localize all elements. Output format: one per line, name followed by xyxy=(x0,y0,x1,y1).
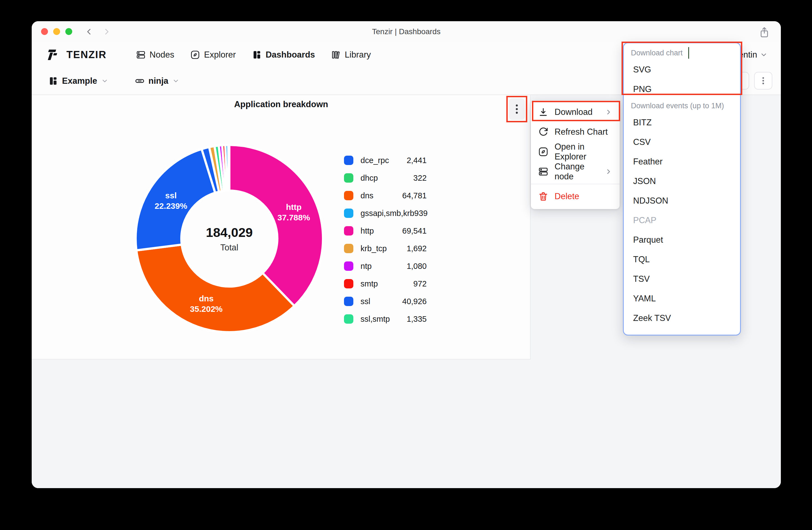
legend-label: dns xyxy=(361,191,374,200)
submenu-header-label: Download chart xyxy=(631,49,683,57)
menu-item-label: Download xyxy=(554,107,593,117)
nodes-icon xyxy=(136,50,146,60)
donut-chart[interactable]: http37.788%dns35.202%ssl22.239% xyxy=(130,139,329,338)
chart-context-menu: DownloadRefresh ChartOpen in ExplorerCha… xyxy=(531,101,620,209)
traffic-lights xyxy=(41,28,72,35)
legend-item-dns[interactable]: dns64,781 xyxy=(344,187,427,204)
legend-value: 939 xyxy=(414,209,427,218)
menu-item-change-node[interactable]: Change node xyxy=(531,162,620,181)
legend-item-gssapi-smb-krb[interactable]: gssapi,smb,krb939 xyxy=(344,204,427,222)
screen-background: Tenzir | Dashboards xyxy=(0,0,812,530)
chevron-down-icon xyxy=(172,77,179,85)
submenu-item-zeek-tsv[interactable]: Zeek TSV xyxy=(624,308,740,328)
legend-value: 1,080 xyxy=(407,262,427,271)
legend-swatch xyxy=(344,191,353,200)
menu-divider xyxy=(531,184,620,184)
legend-item-dce-rpc[interactable]: dce_rpc2,441 xyxy=(344,151,427,169)
legend-swatch xyxy=(344,261,353,271)
close-window-button[interactable] xyxy=(41,28,48,35)
chart-title: Application breakdown xyxy=(32,100,531,109)
legend-value: 972 xyxy=(414,279,427,289)
menu-item-open-in-explorer[interactable]: Open in Explorer xyxy=(531,142,620,162)
chevron-down-icon xyxy=(760,51,768,59)
user-menu[interactable]: entin xyxy=(739,50,768,60)
legend-label: ntp xyxy=(361,262,372,271)
legend-item-dhcp[interactable]: dhcp322 xyxy=(344,169,427,187)
share-icon[interactable] xyxy=(758,26,770,39)
server-icon xyxy=(538,166,549,177)
chart-card: Application breakdown http37.788%dns35.2… xyxy=(32,95,531,359)
submenu-item-png[interactable]: PNG xyxy=(624,79,740,99)
submenu-item-yaml[interactable]: YAML xyxy=(624,289,740,308)
legend-item-http[interactable]: http69,541 xyxy=(344,222,427,240)
legend-item-krb-tcp[interactable]: krb_tcp1,692 xyxy=(344,240,427,257)
legend-item-ssl-smtp[interactable]: ssl,smtp1,335 xyxy=(344,310,427,328)
donut-slice-dns[interactable] xyxy=(136,245,294,332)
submenu-item-json[interactable]: JSON xyxy=(624,171,740,191)
menu-item-download[interactable]: Download xyxy=(531,102,620,122)
legend-swatch xyxy=(344,173,353,183)
menu-item-label: Delete xyxy=(554,191,579,201)
nav-item-explorer[interactable]: Explorer xyxy=(190,50,236,60)
legend-swatch xyxy=(344,314,353,324)
brand[interactable]: TENZIR xyxy=(45,48,107,61)
submenu-item-bitz[interactable]: BITZ xyxy=(624,113,740,132)
nav-item-label: Library xyxy=(345,50,371,60)
toolbar-kebab-button[interactable] xyxy=(754,72,772,89)
tenzir-logo-icon xyxy=(45,48,62,61)
dashboard-selector-label: Example xyxy=(62,76,97,86)
chart-kebab-button[interactable] xyxy=(509,98,525,120)
menu-item-label: Refresh Chart xyxy=(554,127,608,137)
legend-item-smtp[interactable]: smtp972 xyxy=(344,275,427,293)
dashboard-selector[interactable]: Example xyxy=(48,76,108,86)
donut-slice-http[interactable] xyxy=(229,145,323,306)
nav-item-library[interactable]: Library xyxy=(331,50,371,60)
zoom-window-button[interactable] xyxy=(65,28,72,35)
legend-label: dce_rpc xyxy=(361,156,389,165)
dashboard-icon xyxy=(48,76,58,86)
nav-item-dashboards[interactable]: Dashboards xyxy=(252,50,315,60)
legend-value: 40,926 xyxy=(402,297,427,306)
legend-swatch xyxy=(344,297,353,306)
legend-label: ssl xyxy=(361,297,370,306)
refresh-icon xyxy=(538,127,549,137)
submenu-item-tql[interactable]: TQL xyxy=(624,250,740,269)
submenu-item-tsv[interactable]: TSV xyxy=(624,269,740,289)
legend-swatch xyxy=(344,208,353,218)
menu-item-delete[interactable]: Delete xyxy=(531,187,620,206)
legend-label: http xyxy=(361,226,374,236)
kebab-icon xyxy=(511,103,522,115)
legend-value: 69,541 xyxy=(402,226,427,236)
kebab-icon xyxy=(758,76,768,85)
legend-label: smtp xyxy=(361,279,378,289)
library-icon xyxy=(331,50,341,60)
submenu-item-csv[interactable]: CSV xyxy=(624,132,740,152)
trash-icon xyxy=(538,191,549,202)
user-menu-label: entin xyxy=(739,50,757,60)
legend-value: 1,692 xyxy=(407,244,427,253)
menu-item-refresh-chart[interactable]: Refresh Chart xyxy=(531,122,620,142)
submenu-item-ndjson[interactable]: NDJSON xyxy=(624,191,740,210)
legend-swatch xyxy=(344,226,353,236)
forward-icon[interactable] xyxy=(103,28,111,36)
legend-swatch xyxy=(344,156,353,165)
submenu-header-label: Download events (up to 1M) xyxy=(631,102,724,110)
node-selector[interactable]: ninja xyxy=(135,76,179,86)
legend-swatch xyxy=(344,279,353,289)
legend-item-ssl[interactable]: ssl40,926 xyxy=(344,293,427,310)
back-icon[interactable] xyxy=(85,28,93,36)
nav-item-nodes[interactable]: Nodes xyxy=(136,50,174,60)
text-cursor xyxy=(688,47,689,59)
submenu-header-chart: Download chart xyxy=(624,46,740,60)
submenu-item-svg[interactable]: SVG xyxy=(624,60,740,79)
submenu-header-events: Download events (up to 1M) xyxy=(624,99,740,113)
legend-label: krb_tcp xyxy=(361,244,387,253)
submenu-item-parquet[interactable]: Parquet xyxy=(624,230,740,250)
chevron-right-icon xyxy=(605,108,612,116)
legend-item-ntp[interactable]: ntp1,080 xyxy=(344,257,427,275)
nav-items: NodesExplorerDashboardsLibrary xyxy=(136,50,371,60)
brand-name: TENZIR xyxy=(67,49,107,61)
donut-slice-dhcp[interactable] xyxy=(228,145,229,191)
submenu-item-feather[interactable]: Feather xyxy=(624,152,740,171)
minimize-window-button[interactable] xyxy=(53,28,60,35)
